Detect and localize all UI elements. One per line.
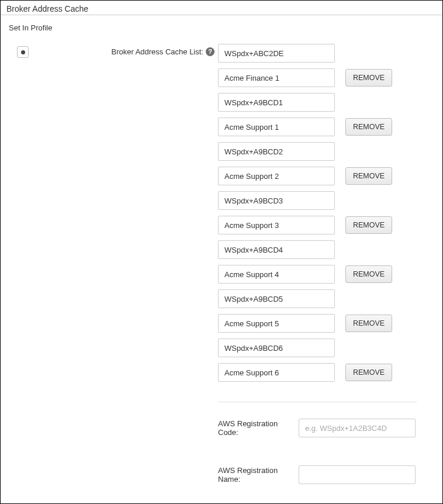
profile-radio[interactable] — [17, 46, 29, 58]
cache-list-row — [218, 240, 437, 259]
cache-list-row — [218, 339, 437, 357]
cache-entry-input[interactable] — [218, 289, 335, 308]
remove-button[interactable]: REMOVE — [345, 315, 392, 332]
section-divider — [218, 402, 417, 402]
cache-list-row: REMOVE — [218, 68, 437, 87]
cache-list-row: REMOVE — [218, 167, 437, 185]
remove-button[interactable]: REMOVE — [345, 364, 392, 381]
cache-list-row: REMOVE — [218, 265, 437, 284]
reg-code-label: AWS Registration Code: — [218, 419, 294, 437]
reg-code-row: AWS Registration Code: — [218, 419, 437, 437]
remove-button[interactable]: REMOVE — [345, 265, 392, 283]
cache-entry-input[interactable] — [218, 44, 335, 63]
remove-button[interactable]: REMOVE — [345, 216, 392, 234]
cache-entry-input[interactable] — [218, 68, 335, 87]
reg-name-row: AWS Registration Name: — [218, 465, 437, 484]
help-icon[interactable]: ? — [206, 47, 214, 56]
reg-name-input[interactable] — [299, 465, 416, 484]
cache-entry-input[interactable] — [218, 240, 335, 259]
cache-entry-input[interactable] — [218, 265, 335, 284]
cache-list-row: REMOVE — [218, 216, 437, 234]
cache-list-row: REMOVE — [218, 118, 437, 136]
cache-entry-input[interactable] — [218, 118, 335, 136]
cache-list-row — [218, 44, 437, 63]
cache-entry-input[interactable] — [218, 167, 335, 185]
cache-list-label: Broker Address Cache List: — [111, 47, 203, 56]
broker-address-cache-panel: Broker Address Cache Set In Profile Brok… — [0, 0, 443, 504]
remove-button[interactable]: REMOVE — [345, 167, 392, 185]
reg-code-input[interactable] — [299, 419, 416, 437]
cache-list-row — [218, 289, 437, 308]
remove-button[interactable]: REMOVE — [345, 118, 392, 136]
cache-entry-input[interactable] — [218, 363, 335, 382]
cache-entry-input[interactable] — [218, 93, 335, 112]
cache-list-row — [218, 142, 437, 161]
panel-title: Broker Address Cache — [1, 1, 442, 15]
cache-list-row — [218, 191, 437, 210]
panel-subtitle: Set In Profile — [1, 15, 442, 38]
radio-dot-icon — [21, 50, 25, 54]
cache-entry-input[interactable] — [218, 191, 335, 210]
cache-list-row — [218, 93, 437, 112]
cache-entry-input[interactable] — [218, 339, 335, 357]
remove-button[interactable]: REMOVE — [345, 69, 392, 87]
cache-list-row: REMOVE — [218, 363, 437, 382]
cache-entry-input[interactable] — [218, 314, 335, 333]
cache-entry-input[interactable] — [218, 216, 335, 234]
reg-name-label: AWS Registration Name: — [218, 466, 294, 484]
cache-list: REMOVEREMOVEREMOVEREMOVEREMOVEREMOVEREMO… — [218, 44, 437, 504]
cache-list-row: REMOVE — [218, 314, 437, 333]
cache-entry-input[interactable] — [218, 142, 335, 161]
